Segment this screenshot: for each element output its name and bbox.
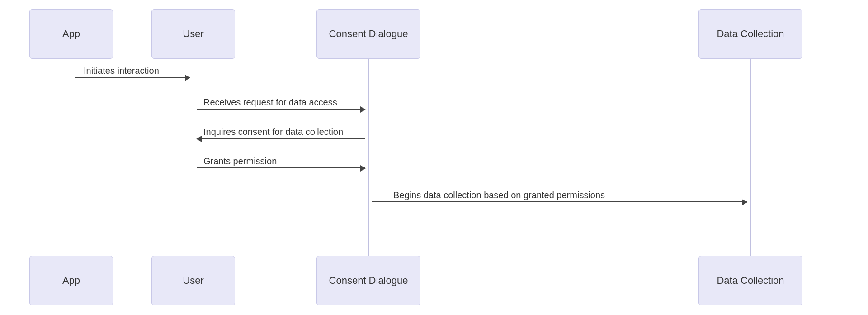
participant-app-bottom-label: App xyxy=(62,275,80,286)
arrow-msg4 xyxy=(197,167,365,168)
participant-data-top: Data Collection xyxy=(698,9,802,59)
participant-data-bottom: Data Collection xyxy=(698,256,802,305)
lifeline-data xyxy=(750,59,751,256)
participant-consent-bottom-label: Consent Dialogue xyxy=(329,275,408,286)
participant-app-top-label: App xyxy=(62,28,80,40)
arrow-msg5 xyxy=(372,201,747,202)
participant-consent-top-label: Consent Dialogue xyxy=(329,28,408,40)
label-msg3: Inquires consent for data collection xyxy=(203,127,343,137)
participant-user-top: User xyxy=(151,9,235,59)
arrow-msg3 xyxy=(197,138,365,139)
participant-app-bottom: App xyxy=(29,256,113,305)
label-msg4: Grants permission xyxy=(203,156,277,167)
participant-user-bottom-label: User xyxy=(183,275,203,286)
label-msg5: Begins data collection based on granted … xyxy=(393,190,605,200)
arrow-msg1 xyxy=(75,77,190,78)
sequence-diagram: App User Consent Dialogue Data Collectio… xyxy=(0,0,868,315)
participant-data-bottom-label: Data Collection xyxy=(717,275,784,286)
participant-consent-bottom: Consent Dialogue xyxy=(316,256,420,305)
arrow-msg2 xyxy=(197,109,365,110)
lifeline-user xyxy=(193,59,193,256)
lifeline-app xyxy=(71,59,71,256)
participant-consent-top: Consent Dialogue xyxy=(316,9,420,59)
participant-user-top-label: User xyxy=(183,28,203,40)
lifeline-consent xyxy=(368,59,369,256)
participant-user-bottom: User xyxy=(151,256,235,305)
label-msg1: Initiates interaction xyxy=(84,66,159,76)
participant-app-top: App xyxy=(29,9,113,59)
participant-data-top-label: Data Collection xyxy=(717,28,784,40)
label-msg2: Receives request for data access xyxy=(203,97,337,108)
